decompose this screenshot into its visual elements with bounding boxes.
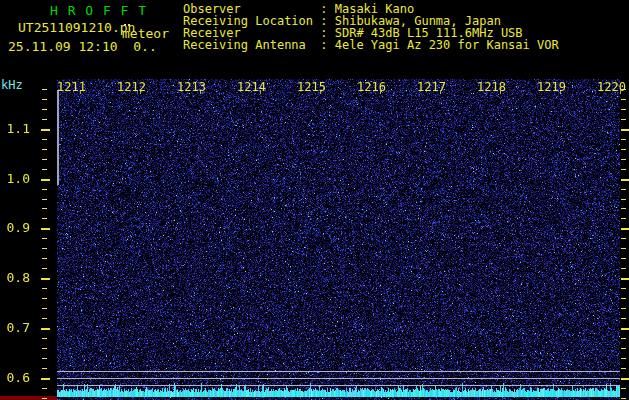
y-tick-left	[42, 258, 47, 259]
station-info-block: Observer: Masaki KanoReceiving Location:…	[183, 3, 559, 51]
y-tick-left	[42, 238, 47, 239]
y-tick-right	[621, 258, 626, 259]
x-tick-label: 1218	[477, 80, 506, 94]
y-tick-left	[42, 288, 47, 289]
hrofft-screen: H R O F F T UT2511091210.pn meteor 25.11…	[0, 0, 629, 400]
y-tick-left	[42, 358, 47, 359]
y-tick-right	[621, 189, 626, 190]
reference-line-upper	[57, 371, 620, 372]
reference-line-middle	[57, 378, 620, 379]
y-tick-right	[621, 398, 626, 399]
y-tick-left	[42, 368, 47, 369]
y-tick-left	[42, 248, 47, 249]
y-tick-left	[42, 348, 47, 349]
y-tick-label: 1.0	[0, 171, 30, 186]
y-axis-unit-label: kHz	[1, 78, 23, 92]
y-tick-left	[42, 208, 47, 209]
y-tick-left	[41, 278, 50, 280]
y-tick-left	[42, 199, 47, 200]
y-tick-left	[42, 338, 47, 339]
y-tick-left	[41, 179, 50, 181]
y-tick-right	[621, 139, 626, 140]
y-tick-label: 0.8	[0, 270, 30, 285]
y-tick-left	[41, 378, 50, 380]
y-tick-label: 0.7	[0, 320, 30, 335]
y-tick-right	[621, 318, 626, 319]
y-tick-left	[42, 388, 47, 389]
info-label: Receiving Antenna	[183, 39, 320, 51]
y-tick-left	[41, 328, 50, 330]
y-tick-right	[621, 199, 626, 200]
long-echo-indicator-block	[0, 396, 57, 400]
left-edge-marker-line	[57, 90, 59, 185]
y-tick-left	[42, 89, 47, 90]
y-tick-right	[621, 159, 626, 160]
datetime-counter-line: 25.11.09 12:10 0..	[8, 39, 157, 54]
x-tick-label: 1214	[237, 80, 266, 94]
y-tick-right	[621, 149, 626, 150]
x-tick-label: 1219	[537, 80, 566, 94]
info-value: 4ele Yagi Az 230 for Kansai VOR	[335, 38, 559, 52]
y-tick-right	[621, 298, 626, 299]
y-tick-left	[42, 169, 47, 170]
y-tick-right	[621, 109, 626, 110]
y-tick-right	[621, 368, 626, 369]
y-tick-right	[621, 99, 626, 100]
y-tick-right	[621, 218, 626, 219]
y-tick-right	[621, 388, 626, 389]
y-tick-left	[42, 109, 47, 110]
info-separator: :	[320, 38, 334, 52]
y-tick-left	[42, 159, 47, 160]
y-tick-right	[621, 288, 626, 289]
y-tick-right	[621, 268, 626, 269]
y-tick-left	[42, 149, 47, 150]
x-tick-label: 1215	[297, 80, 326, 94]
y-tick-right	[621, 348, 626, 349]
y-tick-left	[41, 129, 50, 131]
spectrogram-canvas	[57, 79, 620, 400]
y-tick-right	[621, 328, 629, 330]
y-tick-right	[621, 308, 626, 309]
y-tick-label: 0.9	[0, 220, 30, 235]
app-title: H R O F F T	[50, 3, 147, 18]
y-tick-right	[621, 119, 626, 120]
reference-line-lower	[57, 385, 620, 386]
output-filename: UT2511091210.pn	[18, 20, 135, 35]
y-tick-left	[42, 268, 47, 269]
y-tick-right	[621, 179, 629, 181]
y-tick-left	[42, 189, 47, 190]
y-tick-right	[621, 338, 626, 339]
x-tick-label: 1211	[57, 80, 86, 94]
y-tick-left	[42, 218, 47, 219]
x-tick-label: 1213	[177, 80, 206, 94]
y-tick-left	[42, 318, 47, 319]
y-tick-right	[621, 358, 626, 359]
y-tick-left	[42, 298, 47, 299]
y-tick-right	[621, 248, 626, 249]
y-tick-right	[621, 169, 626, 170]
y-tick-label: 1.1	[0, 121, 30, 136]
x-tick-label: 1212	[117, 80, 146, 94]
x-tick-label: 1216	[357, 80, 386, 94]
y-tick-left	[42, 119, 47, 120]
station-info-row: Receiving Antenna: 4ele Yagi Az 230 for …	[183, 39, 559, 51]
y-tick-right	[621, 228, 629, 230]
y-tick-label: 0.6	[0, 370, 30, 385]
y-tick-right	[621, 208, 626, 209]
y-tick-right	[621, 378, 629, 380]
x-tick-label: 1217	[417, 80, 446, 94]
y-tick-left	[42, 398, 47, 399]
x-tick-label: 1220	[597, 80, 626, 94]
y-tick-left	[42, 139, 47, 140]
y-tick-right	[621, 129, 629, 131]
y-tick-right	[621, 278, 629, 280]
y-tick-left	[41, 228, 50, 230]
y-tick-right	[621, 238, 626, 239]
y-tick-left	[42, 99, 47, 100]
y-tick-left	[42, 308, 47, 309]
